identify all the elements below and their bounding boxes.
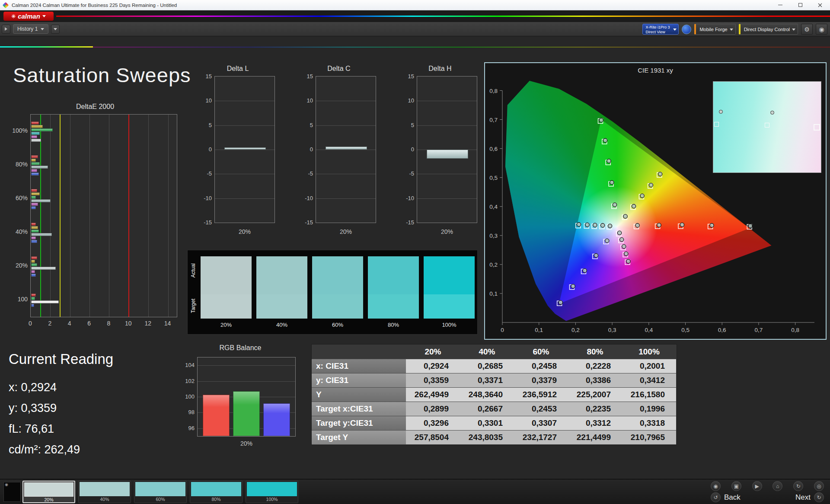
deltae-x-tick-label: 2 [44,320,55,327]
cie-x-tick-label: 0,4 [645,327,653,333]
table-cell: 0,3379 [514,373,568,388]
cie-measured-point [658,172,662,176]
delta-c-title: Delta C [297,65,381,73]
delta-y-tick-label: 10 [297,97,313,104]
table-cell: 0,2453 [514,402,568,416]
history-tab-label: History 1 [17,26,38,32]
deltae-bar [31,230,39,233]
history-tab[interactable]: History 1 [13,24,48,34]
cie-x-tick-label: 0,3 [608,327,616,333]
deltae-bar [31,260,35,263]
brand-bar: ✳ calman [0,10,830,22]
delta-gridline [215,101,275,101]
cie-measured-point [607,159,611,163]
current-reading-x: x: 0,2924 [9,377,113,398]
table-row-label: x: CIE31 [312,359,406,373]
deltae-bar [31,199,51,202]
current-reading-cdm2: cd/m²: 262,49 [9,439,113,460]
deltae-bar [31,121,39,124]
deltae-gridline [70,115,70,317]
actual-label: Actual [190,263,196,278]
eye-button[interactable]: ◎ [814,481,824,491]
rgb-y-tick-label: 98 [177,409,195,415]
panel-expand-button[interactable] [2,25,10,34]
delta-gridline [215,198,275,199]
pattern-swatch-label: 60% [135,497,185,502]
next-circle-button[interactable]: ↻ [814,492,824,502]
redo-icon: ↻ [817,494,821,501]
deltae-gridline [109,115,109,317]
delta-l-x-label: 20% [214,228,275,235]
pattern-preview-mini[interactable]: ◉ [3,482,21,502]
cie-measured-point [623,214,627,218]
back-circle-button[interactable]: ↺ [711,492,721,502]
snapshot-button[interactable]: ◉ [711,481,721,491]
cie-measured-point [583,268,587,272]
gear-icon: ⚙ [804,26,810,33]
meter-select-button[interactable]: X-Rite i1Pro 3 Direct View [642,24,679,35]
deltae-bar [31,162,40,165]
pattern-swatch-button[interactable]: 80% [190,481,243,503]
pattern-swatch-button[interactable]: 40% [78,481,131,503]
minimize-button[interactable] [770,0,790,10]
table-cell: 248,3640 [460,388,514,402]
rgb-balance-panel: RGB Balance 1041021009896 20% [177,344,303,457]
deltae-gridline [168,115,169,317]
source-select-button[interactable]: Mobile Forge [694,24,735,35]
rgb-bar-red [203,395,230,436]
deltae-bar [31,300,59,303]
table-cell: 225,2007 [568,388,622,402]
play-button[interactable]: ▶ [752,481,762,491]
delta-gridline [417,125,477,126]
delta-h-plot [417,76,477,223]
deltae-y-tick-label: 80% [8,161,28,168]
swatch-label: 60% [312,322,363,328]
display-control-button[interactable]: Direct Display Control [739,24,798,35]
cie-measured-point [577,223,581,226]
cie-measured-point [680,223,684,226]
home-button[interactable]: ⌂ [773,481,782,491]
connection-button[interactable]: ◉ [816,24,827,35]
pattern-swatch-button[interactable]: 60% [134,481,187,503]
refresh-button[interactable]: ↻ [793,481,803,491]
deltae-bar [31,274,36,277]
maximize-button[interactable] [790,0,810,10]
cie-y-tick-label: 0,5 [489,175,498,181]
settings-button[interactable]: ⚙ [801,24,813,35]
pattern-swatch-button[interactable]: 100% [246,481,298,503]
deltae-x-tick-label: 6 [83,320,95,327]
pattern-swatch-color [24,482,73,497]
calman-logo-button[interactable]: ✳ calman [3,12,54,21]
back-button[interactable]: Back [724,493,741,502]
deltae-y-tick-label: 20% [8,262,28,269]
table-cell: 0,1996 [622,402,676,416]
pattern-window-button[interactable]: ▣ [731,481,741,491]
chevron-down-icon [792,29,795,31]
delta-bar [326,147,367,150]
swatch-column: 40% [256,256,307,328]
delta-gridline [417,198,477,199]
delta-y-tick-label: -10 [195,195,212,201]
close-button[interactable] [810,0,830,10]
deltae-bar [31,240,37,243]
cie-measured-point [600,223,604,227]
deltae-bar [31,159,36,162]
cie-x-tick-label: 0,8 [791,327,799,333]
cie-measured-point [613,203,616,207]
table-col-header: 80% [568,345,622,359]
swatch-label: 100% [424,322,475,328]
meter-status-badge[interactable] [682,25,691,34]
cie-measured-point [624,252,628,255]
pattern-swatch-button[interactable]: 20% [22,481,75,503]
delta-y-tick-label: 15 [195,73,212,80]
cie-measured-point [710,223,714,227]
deltae-bar [31,166,48,169]
cie-measured-point [559,300,562,304]
cie-measured-point [640,194,644,198]
next-button[interactable]: Next [795,493,811,502]
delta-y-tick-label: 15 [398,73,414,80]
table-col-header: 40% [460,345,514,359]
history-menu-button[interactable] [51,25,60,34]
cie-measured-point [610,181,614,185]
current-reading-fl: fL: 76,61 [9,418,113,439]
